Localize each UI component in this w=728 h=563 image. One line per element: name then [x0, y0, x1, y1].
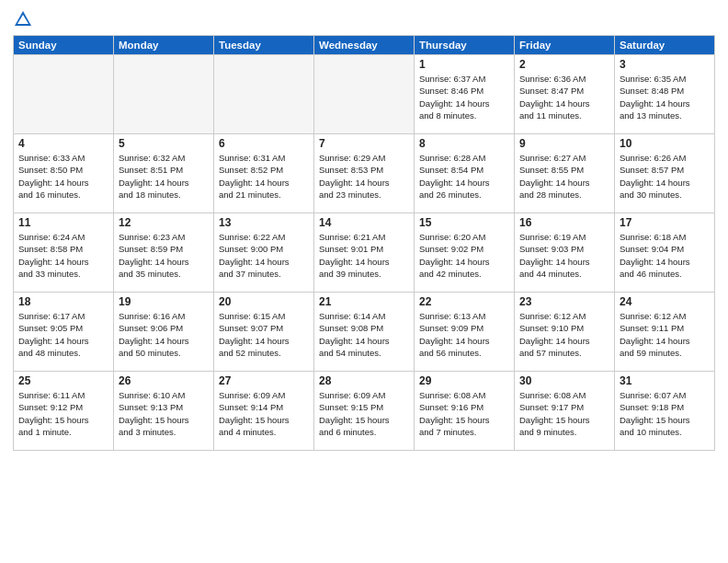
day-cell: 22Sunrise: 6:13 AM Sunset: 9:09 PM Dayli…: [415, 293, 515, 372]
day-number: 30: [519, 374, 609, 387]
day-cell: 20Sunrise: 6:15 AM Sunset: 9:07 PM Dayli…: [214, 293, 314, 372]
day-info: Sunrise: 6:19 AM Sunset: 9:03 PM Dayligh…: [519, 231, 609, 280]
day-number: 6: [219, 137, 309, 150]
day-number: 5: [119, 137, 209, 150]
day-number: 17: [620, 216, 710, 229]
day-cell: 17Sunrise: 6:18 AM Sunset: 9:04 PM Dayli…: [615, 213, 715, 293]
day-number: 22: [419, 295, 509, 308]
day-cell: 25Sunrise: 6:11 AM Sunset: 9:12 PM Dayli…: [14, 372, 114, 451]
day-info: Sunrise: 6:35 AM Sunset: 8:48 PM Dayligh…: [620, 73, 710, 121]
day-cell: 10Sunrise: 6:26 AM Sunset: 8:57 PM Dayli…: [615, 134, 715, 213]
day-number: 26: [119, 374, 209, 387]
day-number: 29: [419, 374, 509, 387]
day-number: 24: [620, 295, 710, 308]
week-row-2: 4Sunrise: 6:33 AM Sunset: 8:50 PM Daylig…: [14, 134, 715, 213]
week-row-5: 25Sunrise: 6:11 AM Sunset: 9:12 PM Dayli…: [14, 372, 715, 451]
week-row-1: 1Sunrise: 6:37 AM Sunset: 8:46 PM Daylig…: [14, 55, 715, 134]
day-cell: 28Sunrise: 6:09 AM Sunset: 9:15 PM Dayli…: [314, 372, 415, 451]
day-info: Sunrise: 6:12 AM Sunset: 9:10 PM Dayligh…: [519, 310, 609, 359]
day-info: Sunrise: 6:09 AM Sunset: 9:14 PM Dayligh…: [219, 389, 309, 438]
day-cell: 31Sunrise: 6:07 AM Sunset: 9:18 PM Dayli…: [615, 372, 715, 451]
day-cell: 26Sunrise: 6:10 AM Sunset: 9:13 PM Dayli…: [114, 372, 214, 451]
day-number: 25: [18, 374, 108, 387]
day-cell: 29Sunrise: 6:08 AM Sunset: 9:16 PM Dayli…: [415, 372, 515, 451]
day-number: 7: [319, 137, 409, 150]
day-info: Sunrise: 6:10 AM Sunset: 9:13 PM Dayligh…: [119, 389, 209, 438]
day-number: 28: [319, 374, 409, 387]
day-number: 15: [419, 216, 509, 229]
day-cell: 19Sunrise: 6:16 AM Sunset: 9:06 PM Dayli…: [114, 293, 214, 372]
day-cell: 27Sunrise: 6:09 AM Sunset: 9:14 PM Dayli…: [214, 372, 314, 451]
weekday-header-row: SundayMondayTuesdayWednesdayThursdayFrid…: [14, 36, 715, 55]
weekday-header-monday: Monday: [114, 36, 214, 55]
day-number: 20: [219, 295, 309, 308]
day-cell: 30Sunrise: 6:08 AM Sunset: 9:17 PM Dayli…: [515, 372, 615, 451]
day-number: 16: [519, 216, 609, 229]
logo-icon: [13, 9, 33, 29]
day-cell: 11Sunrise: 6:24 AM Sunset: 8:58 PM Dayli…: [14, 213, 114, 293]
day-info: Sunrise: 6:28 AM Sunset: 8:54 PM Dayligh…: [419, 152, 509, 201]
day-info: Sunrise: 6:32 AM Sunset: 8:51 PM Dayligh…: [119, 152, 209, 201]
day-number: 2: [519, 58, 609, 71]
day-cell: 21Sunrise: 6:14 AM Sunset: 9:08 PM Dayli…: [314, 293, 415, 372]
logo: [13, 9, 37, 29]
day-info: Sunrise: 6:15 AM Sunset: 9:07 PM Dayligh…: [219, 310, 309, 359]
day-cell: [14, 55, 114, 134]
day-info: Sunrise: 6:23 AM Sunset: 8:59 PM Dayligh…: [119, 231, 209, 280]
day-info: Sunrise: 6:14 AM Sunset: 9:08 PM Dayligh…: [319, 310, 409, 359]
day-number: 27: [219, 374, 309, 387]
day-info: Sunrise: 6:29 AM Sunset: 8:53 PM Dayligh…: [319, 152, 409, 201]
day-cell: 7Sunrise: 6:29 AM Sunset: 8:53 PM Daylig…: [314, 134, 415, 213]
weekday-header-friday: Friday: [515, 36, 615, 55]
day-info: Sunrise: 6:12 AM Sunset: 9:11 PM Dayligh…: [620, 310, 710, 359]
weekday-header-wednesday: Wednesday: [314, 36, 415, 55]
day-cell: 6Sunrise: 6:31 AM Sunset: 8:52 PM Daylig…: [214, 134, 314, 213]
day-info: Sunrise: 6:37 AM Sunset: 8:46 PM Dayligh…: [419, 73, 509, 121]
day-number: 18: [18, 295, 108, 308]
day-number: 14: [319, 216, 409, 229]
day-info: Sunrise: 6:11 AM Sunset: 9:12 PM Dayligh…: [18, 389, 108, 438]
day-cell: 13Sunrise: 6:22 AM Sunset: 9:00 PM Dayli…: [214, 213, 314, 293]
weekday-header-saturday: Saturday: [615, 36, 715, 55]
day-number: 19: [119, 295, 209, 308]
day-cell: 18Sunrise: 6:17 AM Sunset: 9:05 PM Dayli…: [14, 293, 114, 372]
day-cell: 15Sunrise: 6:20 AM Sunset: 9:02 PM Dayli…: [415, 213, 515, 293]
day-cell: 4Sunrise: 6:33 AM Sunset: 8:50 PM Daylig…: [14, 134, 114, 213]
header: [13, 9, 715, 29]
day-info: Sunrise: 6:08 AM Sunset: 9:16 PM Dayligh…: [419, 389, 509, 438]
day-cell: 5Sunrise: 6:32 AM Sunset: 8:51 PM Daylig…: [114, 134, 214, 213]
day-number: 21: [319, 295, 409, 308]
day-info: Sunrise: 6:17 AM Sunset: 9:05 PM Dayligh…: [18, 310, 108, 359]
day-cell: [114, 55, 214, 134]
weekday-header-sunday: Sunday: [14, 36, 114, 55]
day-cell: 14Sunrise: 6:21 AM Sunset: 9:01 PM Dayli…: [314, 213, 415, 293]
day-cell: 1Sunrise: 6:37 AM Sunset: 8:46 PM Daylig…: [415, 55, 515, 134]
day-number: 1: [419, 58, 509, 71]
day-info: Sunrise: 6:36 AM Sunset: 8:47 PM Dayligh…: [519, 73, 609, 121]
day-number: 8: [419, 137, 509, 150]
day-number: 3: [620, 58, 710, 71]
day-number: 10: [620, 137, 710, 150]
day-info: Sunrise: 6:26 AM Sunset: 8:57 PM Dayligh…: [620, 152, 710, 201]
day-number: 4: [18, 137, 108, 150]
day-cell: [314, 55, 415, 134]
day-cell: 3Sunrise: 6:35 AM Sunset: 8:48 PM Daylig…: [615, 55, 715, 134]
weekday-header-tuesday: Tuesday: [214, 36, 314, 55]
day-cell: 2Sunrise: 6:36 AM Sunset: 8:47 PM Daylig…: [515, 55, 615, 134]
week-row-3: 11Sunrise: 6:24 AM Sunset: 8:58 PM Dayli…: [14, 213, 715, 293]
day-cell: [214, 55, 314, 134]
day-cell: 24Sunrise: 6:12 AM Sunset: 9:11 PM Dayli…: [615, 293, 715, 372]
day-number: 11: [18, 216, 108, 229]
day-info: Sunrise: 6:16 AM Sunset: 9:06 PM Dayligh…: [119, 310, 209, 359]
day-number: 9: [519, 137, 609, 150]
weekday-header-thursday: Thursday: [415, 36, 515, 55]
day-number: 12: [119, 216, 209, 229]
day-info: Sunrise: 6:08 AM Sunset: 9:17 PM Dayligh…: [519, 389, 609, 438]
day-info: Sunrise: 6:24 AM Sunset: 8:58 PM Dayligh…: [18, 231, 108, 280]
day-info: Sunrise: 6:13 AM Sunset: 9:09 PM Dayligh…: [419, 310, 509, 359]
day-info: Sunrise: 6:21 AM Sunset: 9:01 PM Dayligh…: [319, 231, 409, 280]
day-info: Sunrise: 6:22 AM Sunset: 9:00 PM Dayligh…: [219, 231, 309, 280]
day-cell: 23Sunrise: 6:12 AM Sunset: 9:10 PM Dayli…: [515, 293, 615, 372]
day-info: Sunrise: 6:18 AM Sunset: 9:04 PM Dayligh…: [620, 231, 710, 280]
day-info: Sunrise: 6:33 AM Sunset: 8:50 PM Dayligh…: [18, 152, 108, 201]
